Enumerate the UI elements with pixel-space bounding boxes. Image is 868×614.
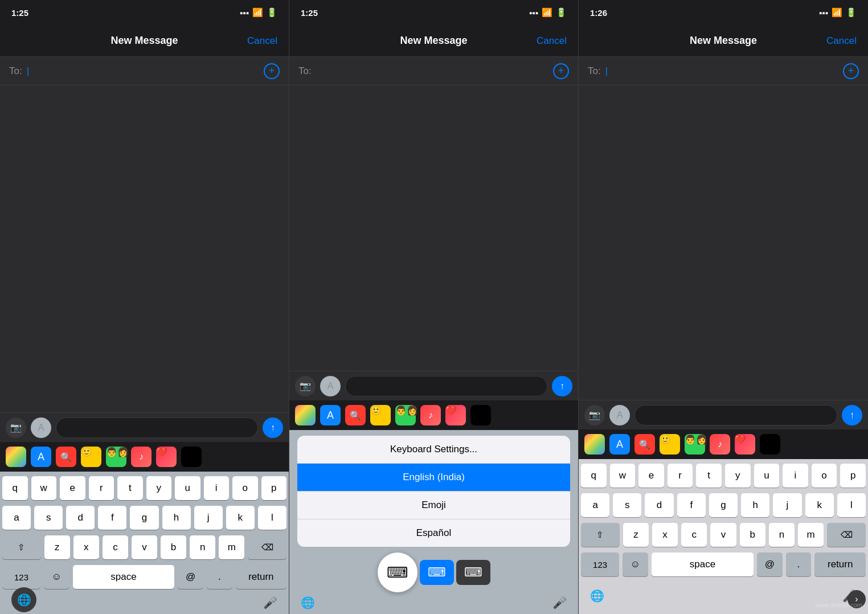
memoji-app-icon-2[interactable]: 🙂 bbox=[370, 405, 391, 425]
emoji-key[interactable]: ☺ bbox=[44, 565, 69, 589]
keyboard-switch-btn-blue[interactable]: ⌨ bbox=[420, 560, 454, 585]
key3-p[interactable]: p bbox=[840, 464, 866, 488]
to-field-3[interactable]: To: | + bbox=[579, 57, 868, 85]
message-input-3[interactable] bbox=[634, 405, 837, 425]
add-recipient-button-3[interactable]: + bbox=[843, 63, 859, 79]
key3-t[interactable]: t bbox=[696, 464, 722, 488]
key-d[interactable]: d bbox=[66, 506, 95, 530]
search-app-icon-3[interactable]: 🔍 bbox=[634, 434, 655, 455]
key3-o[interactable]: o bbox=[812, 464, 837, 488]
key-o[interactable]: o bbox=[232, 476, 258, 500]
search-app-icon-1[interactable]: 🔍 bbox=[56, 447, 76, 467]
key3-f[interactable]: f bbox=[677, 493, 706, 517]
return-key-3[interactable]: return bbox=[814, 552, 866, 576]
message-input-2[interactable] bbox=[345, 376, 547, 396]
key3-u[interactable]: u bbox=[754, 464, 780, 488]
period-key-3[interactable]: . bbox=[786, 552, 812, 576]
appstore-app-icon-2[interactable]: A bbox=[320, 405, 341, 425]
key-f[interactable]: f bbox=[98, 506, 126, 530]
key3-b[interactable]: b bbox=[740, 523, 765, 547]
send-button-1[interactable]: ↑ bbox=[263, 417, 283, 438]
other-app-icon-1[interactable] bbox=[181, 447, 202, 467]
key-l[interactable]: l bbox=[258, 506, 286, 530]
camera-icon-1[interactable]: 📷 bbox=[6, 417, 26, 438]
espanol-item[interactable]: Español bbox=[297, 519, 570, 547]
keyboard-settings-item[interactable]: Keyboard Settings... bbox=[297, 436, 570, 464]
send-button-3[interactable]: ↑ bbox=[842, 405, 862, 425]
key-j[interactable]: j bbox=[194, 506, 223, 530]
key-n[interactable]: n bbox=[190, 535, 215, 559]
sticker-app-icon-1[interactable]: 👨‍👩 bbox=[106, 447, 126, 467]
appstore-icon-3[interactable]: A bbox=[609, 405, 630, 425]
photos-app-icon-3[interactable] bbox=[584, 434, 605, 455]
heart-app-icon-1[interactable]: ❤️ bbox=[156, 447, 177, 467]
key3-q[interactable]: q bbox=[581, 464, 607, 488]
english-india-item[interactable]: English (India) bbox=[297, 464, 570, 492]
space-key[interactable]: space bbox=[73, 565, 175, 589]
heart-app-icon-2[interactable]: ❤️ bbox=[445, 405, 466, 425]
send-button-2[interactable]: ↑ bbox=[552, 376, 572, 396]
camera-icon-3[interactable]: 📷 bbox=[584, 405, 605, 425]
key-u[interactable]: u bbox=[175, 476, 200, 500]
cancel-button-2[interactable]: Cancel bbox=[537, 35, 567, 47]
keyboard-switch-btn-dark[interactable]: ⌨ bbox=[456, 560, 490, 585]
key-y[interactable]: y bbox=[146, 476, 172, 500]
numbers-key[interactable]: 123 bbox=[2, 565, 40, 589]
key3-y[interactable]: y bbox=[725, 464, 751, 488]
numbers-key-3[interactable]: 123 bbox=[581, 552, 619, 576]
key3-a[interactable]: a bbox=[581, 493, 609, 517]
key-i[interactable]: i bbox=[204, 476, 230, 500]
to-field-1[interactable]: To: | + bbox=[0, 57, 289, 85]
return-key[interactable]: return bbox=[236, 565, 286, 589]
photos-app-icon-1[interactable] bbox=[6, 447, 26, 467]
key3-v[interactable]: v bbox=[710, 523, 736, 547]
key3-e[interactable]: e bbox=[638, 464, 664, 488]
key3-x[interactable]: x bbox=[652, 523, 678, 547]
space-key-3[interactable]: space bbox=[652, 552, 754, 576]
add-recipient-button-1[interactable]: + bbox=[264, 63, 280, 79]
key-p[interactable]: p bbox=[261, 476, 287, 500]
delete-key-3[interactable]: ⌫ bbox=[827, 523, 866, 547]
key-a[interactable]: a bbox=[2, 506, 31, 530]
key-h[interactable]: h bbox=[162, 506, 191, 530]
heart-app-icon-3[interactable]: ❤️ bbox=[735, 434, 755, 455]
memoji-app-icon-1[interactable]: 🙂 bbox=[81, 447, 101, 467]
key-c[interactable]: c bbox=[103, 535, 128, 559]
key-e[interactable]: e bbox=[60, 476, 85, 500]
key3-r[interactable]: r bbox=[668, 464, 693, 488]
sticker-app-icon-3[interactable]: 👨‍👩 bbox=[685, 434, 705, 455]
at-key-3[interactable]: @ bbox=[757, 552, 783, 576]
key3-k[interactable]: k bbox=[805, 493, 834, 517]
key-b[interactable]: b bbox=[161, 535, 186, 559]
shift-key[interactable]: ⇧ bbox=[2, 535, 41, 559]
key3-c[interactable]: c bbox=[681, 523, 707, 547]
key-k[interactable]: k bbox=[226, 506, 255, 530]
emoji-key-3[interactable]: ☺ bbox=[623, 552, 648, 576]
search-app-icon-2[interactable]: 🔍 bbox=[345, 405, 366, 425]
other-app-icon-3[interactable] bbox=[760, 434, 780, 455]
key-r[interactable]: r bbox=[89, 476, 114, 500]
globe-button-1[interactable]: 🌐 bbox=[11, 587, 36, 612]
shift-key-3[interactable]: ⇧ bbox=[581, 523, 620, 547]
at-key[interactable]: @ bbox=[178, 565, 203, 589]
key3-z[interactable]: z bbox=[623, 523, 649, 547]
photos-app-icon-2[interactable] bbox=[295, 405, 316, 425]
keyboard-switch-btn-active[interactable]: ⌨ bbox=[378, 552, 417, 592]
appstore-icon-2[interactable]: A bbox=[320, 376, 341, 396]
to-field-2[interactable]: To: + bbox=[289, 57, 578, 85]
key-x[interactable]: x bbox=[73, 535, 99, 559]
key3-n[interactable]: n bbox=[769, 523, 795, 547]
emoji-item[interactable]: Emoji bbox=[297, 492, 570, 519]
cancel-button-3[interactable]: Cancel bbox=[826, 35, 857, 47]
key-m[interactable]: m bbox=[219, 535, 244, 559]
period-key[interactable]: . bbox=[207, 565, 232, 589]
cancel-button-1[interactable]: Cancel bbox=[247, 35, 277, 47]
message-input-1[interactable] bbox=[56, 417, 258, 438]
appstore-icon-1[interactable]: A bbox=[31, 417, 51, 438]
key-s[interactable]: s bbox=[34, 506, 63, 530]
delete-key[interactable]: ⌫ bbox=[248, 535, 286, 559]
key3-g[interactable]: g bbox=[709, 493, 738, 517]
key-t[interactable]: t bbox=[117, 476, 143, 500]
key3-d[interactable]: d bbox=[645, 493, 673, 517]
key-z[interactable]: z bbox=[44, 535, 70, 559]
